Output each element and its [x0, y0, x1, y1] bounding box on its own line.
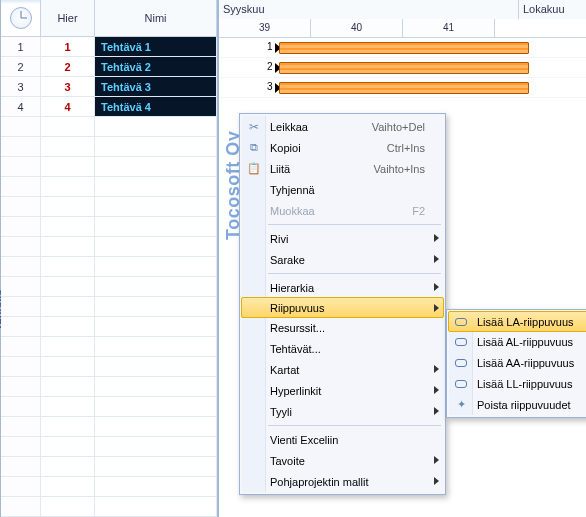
- chevron-right-icon: [434, 477, 439, 485]
- week-label: 40: [311, 19, 403, 38]
- chevron-right-icon: [434, 255, 439, 263]
- menu-separator: [268, 273, 441, 274]
- menu-item-column[interactable]: Sarake: [242, 249, 443, 270]
- table-row[interactable]: 3 3 Tehtävä 3: [1, 77, 217, 97]
- col-header-hier[interactable]: Hier: [41, 0, 95, 36]
- link-icon: [449, 380, 473, 388]
- gantt-row[interactable]: 2: [219, 58, 586, 78]
- menu-item-row[interactable]: Rivi: [242, 228, 443, 249]
- clock-icon: [10, 7, 32, 29]
- gantt-bar[interactable]: [279, 62, 529, 74]
- gantt-bar[interactable]: [279, 82, 529, 94]
- menu-item-resources[interactable]: Resurssit...: [242, 317, 443, 338]
- chevron-right-icon: [434, 386, 439, 394]
- week-label: 41: [403, 19, 495, 38]
- col-header-nimi[interactable]: Nimi: [95, 0, 217, 36]
- copy-icon: ⧉: [242, 141, 266, 154]
- unlink-icon: ✦: [449, 398, 473, 411]
- month-label: Syyskuu: [219, 0, 519, 19]
- submenu-item-add-al[interactable]: Lisää AL-riippuvuus: [449, 331, 586, 352]
- row-number: 4: [1, 97, 41, 117]
- bar-index: 3: [267, 81, 273, 92]
- menu-item-target[interactable]: Tavoite: [242, 450, 443, 471]
- bar-index: 2: [267, 61, 273, 72]
- timeline-header: Syyskuu Lokakuu 39 40 41: [219, 0, 586, 38]
- table-row[interactable]: 4 4 Tehtävä 4: [1, 97, 217, 117]
- menu-item-export-excel[interactable]: Vienti Exceliin: [242, 429, 443, 450]
- submenu-item-add-aa[interactable]: Lisää AA-riippuvuus: [449, 352, 586, 373]
- menu-item-maps[interactable]: Kartat: [242, 359, 443, 380]
- cell-hier[interactable]: 1: [41, 37, 95, 57]
- cell-hier[interactable]: 3: [41, 77, 95, 97]
- chevron-right-icon: [434, 407, 439, 415]
- cell-name[interactable]: Tehtävä 3: [95, 77, 217, 97]
- menu-item-hierarchy[interactable]: Hierarkia: [242, 277, 443, 298]
- cell-name[interactable]: Tehtävä 2: [95, 57, 217, 77]
- chevron-right-icon: [434, 283, 439, 291]
- row-number: 1: [1, 37, 41, 57]
- chevron-right-icon: [434, 234, 439, 242]
- link-icon: [449, 359, 473, 367]
- task-table: Hier Nimi 1 1 Tehtävä 1 2 2 Tehtävä 2 3 …: [1, 0, 219, 517]
- scissors-icon: ✂: [242, 120, 266, 134]
- chevron-right-icon: [434, 456, 439, 464]
- corner-cell[interactable]: [1, 0, 41, 36]
- menu-item-tasks[interactable]: Tehtävät...: [242, 338, 443, 359]
- menu-item-copy[interactable]: ⧉ Kopioi Ctrl+Ins: [242, 137, 443, 158]
- row-number: 3: [1, 77, 41, 97]
- submenu-item-remove-deps[interactable]: ✦ Poista riippuvuudet: [449, 394, 586, 415]
- context-menu: ✂ Leikkaa Vaihto+Del ⧉ Kopioi Ctrl+Ins 📋…: [239, 113, 446, 495]
- menu-item-dependency[interactable]: Riippuvuus: [241, 297, 444, 318]
- link-icon: [449, 318, 473, 326]
- submenu-item-add-la[interactable]: Lisää LA-riippuvuus: [448, 311, 586, 332]
- menu-item-style[interactable]: Tyyli: [242, 401, 443, 422]
- menu-separator: [268, 425, 441, 426]
- cell-name[interactable]: Tehtävä 1: [95, 37, 217, 57]
- menu-item-hyperlinks[interactable]: Hyperlinkit: [242, 380, 443, 401]
- week-label: 39: [219, 19, 311, 38]
- cell-hier[interactable]: 2: [41, 57, 95, 77]
- menu-item-edit: Muokkaa F2: [242, 200, 443, 221]
- gantt-bar[interactable]: [279, 42, 529, 54]
- cell-hier[interactable]: 4: [41, 97, 95, 117]
- chevron-right-icon: [434, 365, 439, 373]
- context-submenu-dependency: Lisää LA-riippuvuus Lisää AL-riippuvuus …: [446, 309, 586, 418]
- menu-item-clear[interactable]: Tyhjennä: [242, 179, 443, 200]
- paste-icon: 📋: [242, 162, 266, 175]
- row-number: 2: [1, 57, 41, 77]
- menu-separator: [268, 224, 441, 225]
- submenu-item-add-ll[interactable]: Lisää LL-riippuvuus: [449, 373, 586, 394]
- link-icon: [449, 338, 473, 346]
- menu-item-templates[interactable]: Pohjaprojektin mallit: [242, 471, 443, 492]
- cell-name[interactable]: Tehtävä 4: [95, 97, 217, 117]
- menu-item-cut[interactable]: ✂ Leikkaa Vaihto+Del: [242, 116, 443, 137]
- gantt-row[interactable]: 1: [219, 38, 586, 58]
- month-label: Lokakuu: [519, 0, 586, 19]
- menu-item-paste[interactable]: 📋 Liitä Vaihto+Ins: [242, 158, 443, 179]
- bar-index: 1: [267, 41, 273, 52]
- table-row[interactable]: 1 1 Tehtävä 1: [1, 37, 217, 57]
- table-row[interactable]: 2 2 Tehtävä 2: [1, 57, 217, 77]
- gantt-row[interactable]: 3: [219, 78, 586, 98]
- chevron-right-icon: [434, 304, 439, 312]
